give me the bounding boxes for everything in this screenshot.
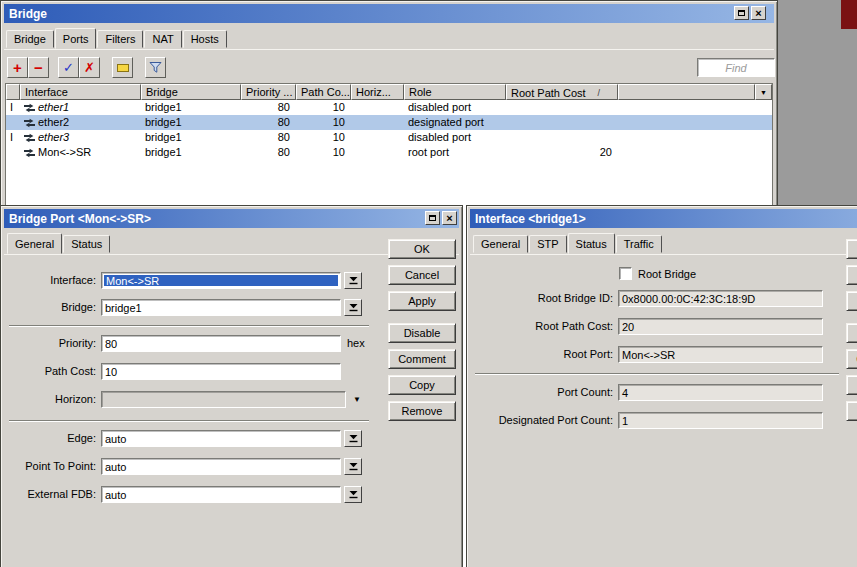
path-cost-field[interactable]: 10 — [101, 363, 341, 380]
interface-name: ether1 — [38, 100, 69, 115]
column-bridge[interactable]: Bridge — [141, 84, 241, 100]
tab-nat[interactable]: NAT — [144, 30, 181, 48]
copy-button[interactable]: Copy — [388, 375, 456, 395]
external-fdb-value: auto — [105, 489, 126, 501]
column-flags[interactable] — [6, 84, 20, 100]
external-fdb-combo[interactable]: auto — [101, 486, 341, 503]
root-port-field: Mon<->SR — [618, 346, 823, 363]
apply-button[interactable]: Apply — [388, 291, 456, 311]
dropdown-icon — [349, 462, 358, 471]
maximize-icon — [429, 215, 436, 221]
find-input[interactable] — [697, 58, 775, 77]
bridge-dropdown-button[interactable] — [344, 299, 362, 316]
maximize-button[interactable] — [425, 211, 440, 225]
tab-status[interactable]: Status — [63, 235, 110, 253]
point-to-point-combo[interactable]: auto — [101, 458, 341, 475]
column-role[interactable]: Role — [404, 84, 506, 100]
row-priority: 80 — [241, 130, 296, 145]
horizon-arrow-icon[interactable]: ▼ — [353, 396, 361, 404]
remove-button[interactable]: Remove — [388, 401, 456, 421]
edge-dropdown-button[interactable] — [344, 430, 362, 447]
cancel-button[interactable]: Cancel — [846, 265, 857, 285]
row-filler — [618, 145, 772, 160]
enable-button[interactable]: ✓ — [58, 57, 79, 78]
bridge-port-titlebar[interactable]: Bridge Port <Mon<->SR> × — [4, 209, 459, 228]
close-button[interactable]: × — [442, 211, 457, 225]
row-path-cost: 10 — [296, 100, 351, 115]
column-root-path-cost[interactable]: Root Path Cost / — [506, 84, 618, 100]
column-horizon[interactable]: Horiz... — [351, 84, 404, 100]
tab-traffic[interactable]: Traffic — [616, 235, 662, 253]
row-role: root port — [404, 145, 506, 160]
edge-combo[interactable]: auto — [101, 430, 341, 447]
column-path-cost[interactable]: Path Co... — [296, 84, 351, 100]
row-filler — [618, 130, 772, 145]
tab-stp[interactable]: STP — [529, 235, 566, 253]
row-interface: ether3 — [20, 130, 141, 145]
tab-panel-edge — [4, 49, 774, 50]
add-button[interactable]: + — [7, 57, 28, 78]
row-interface: ether1 — [20, 100, 141, 115]
root-port-label: Root Port: — [467, 346, 613, 363]
column-priority[interactable]: Priority ... — [241, 84, 296, 100]
table-row-selected[interactable]: ether2 bridge1 80 10 designated port — [6, 115, 772, 130]
interface-dialog: Interface <bridge1> × General STP Status… — [466, 205, 857, 567]
copy-button[interactable]: Copy — [846, 375, 857, 395]
disable-button[interactable]: ✗ — [79, 57, 100, 78]
port-icon — [24, 148, 35, 158]
tab-bridge[interactable]: Bridge — [6, 30, 54, 48]
tab-ports[interactable]: Ports — [55, 28, 97, 49]
apply-button[interactable]: Apply — [846, 291, 857, 311]
bridge-combo[interactable]: bridge1 — [101, 299, 341, 316]
root-path-cost-field: 20 — [618, 318, 823, 335]
interface-name: ether2 — [38, 115, 69, 130]
column-select-button[interactable]: ▼ — [755, 84, 772, 100]
root-bridge-checkbox[interactable] — [619, 267, 632, 280]
interface-combo[interactable]: Mon<->SR — [101, 272, 341, 289]
tab-general[interactable]: General — [473, 235, 528, 253]
tab-general[interactable]: General — [7, 233, 62, 254]
bridge-window-titlebar[interactable]: Bridge × — [4, 4, 774, 23]
tab-filters[interactable]: Filters — [97, 30, 143, 48]
row-horizon — [351, 130, 404, 145]
close-button[interactable]: × — [751, 6, 766, 20]
row-path-cost: 10 — [296, 115, 351, 130]
interface-combo-value: Mon<->SR — [104, 275, 338, 286]
horizon-field[interactable] — [101, 391, 346, 408]
external-fdb-dropdown-button[interactable] — [344, 486, 362, 503]
comment-button[interactable]: Comment — [846, 349, 857, 369]
tab-status[interactable]: Status — [568, 233, 615, 254]
point-to-point-value: auto — [105, 461, 126, 473]
external-fdb-label: External FDB: — [1, 486, 96, 503]
interface-name: ether3 — [38, 130, 69, 145]
filter-button[interactable] — [145, 57, 166, 78]
column-interface[interactable]: Interface — [20, 84, 141, 100]
row-bridge: bridge1 — [141, 145, 241, 160]
tab-hosts[interactable]: Hosts — [183, 30, 227, 48]
maximize-icon — [738, 10, 745, 16]
separator — [9, 325, 369, 327]
point-to-point-dropdown-button[interactable] — [344, 458, 362, 475]
comment-button[interactable] — [112, 57, 133, 78]
maximize-button[interactable] — [734, 6, 749, 20]
remove-button[interactable]: − — [28, 57, 49, 78]
table-row[interactable]: Mon<->SR bridge1 80 10 root port 20 — [6, 145, 772, 160]
horizon-label: Horizon: — [1, 391, 96, 408]
interface-dropdown-button[interactable] — [344, 272, 362, 289]
comment-button[interactable]: Comment — [388, 349, 456, 369]
root-path-cost-value: 20 — [622, 321, 634, 333]
ok-button[interactable]: OK — [846, 239, 857, 259]
interface-dialog-titlebar[interactable]: Interface <bridge1> × — [470, 209, 857, 228]
close-icon: × — [755, 8, 761, 19]
table-header: Interface Bridge Priority ... Path Co...… — [6, 84, 772, 100]
disable-button[interactable]: Disable — [388, 323, 456, 343]
ok-button[interactable]: OK — [388, 239, 456, 259]
remove-button[interactable]: Remove — [846, 401, 857, 421]
filter-icon — [149, 61, 162, 74]
table-row[interactable]: I ether1 bridge1 80 10 disabled port — [6, 100, 772, 115]
disable-button[interactable]: Disable — [846, 323, 857, 343]
row-priority: 80 — [241, 100, 296, 115]
priority-field[interactable]: 80 — [101, 335, 341, 352]
cancel-button[interactable]: Cancel — [388, 265, 456, 285]
table-row[interactable]: I ether3 bridge1 80 10 disabled port — [6, 130, 772, 145]
